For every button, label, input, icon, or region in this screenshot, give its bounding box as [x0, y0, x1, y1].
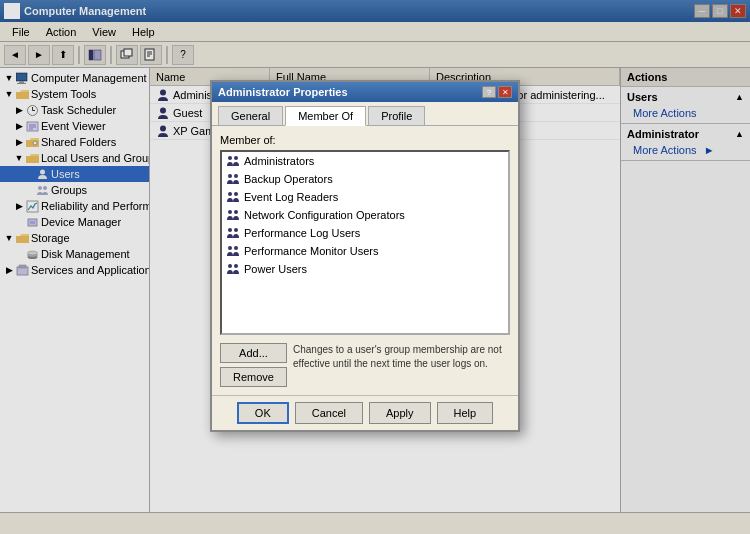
tree-task-scheduler[interactable]: ▶ Task Scheduler	[0, 102, 149, 118]
help-toolbar-button[interactable]: ?	[172, 45, 194, 65]
tab-profile[interactable]: Profile	[368, 106, 425, 125]
svg-point-43	[228, 228, 232, 232]
tree-groups[interactable]: ▶ Groups	[0, 182, 149, 198]
tree-storage[interactable]: ▼ Storage	[0, 230, 149, 246]
tree-event-viewer-label: Event Viewer	[41, 120, 106, 132]
actions-admin-more-label: More Actions	[633, 144, 697, 156]
administrator-properties-dialog[interactable]: Administrator Properties ? ✕ General Mem…	[210, 80, 520, 432]
actions-users-arrow: ▲	[735, 92, 744, 102]
tree-event-viewer[interactable]: ▶ Event Viewer	[0, 118, 149, 134]
modal-title-text: Administrator Properties	[218, 86, 482, 98]
tree-device-manager[interactable]: ▶ Device Manager	[0, 214, 149, 230]
add-button[interactable]: Add...	[220, 343, 287, 363]
group-member-icon-6	[226, 244, 240, 258]
svg-rect-0	[5, 5, 17, 13]
member-label-5: Performance Log Users	[244, 227, 360, 239]
disk-icon	[25, 247, 39, 261]
member-of-label: Member of:	[220, 134, 510, 146]
tree-root[interactable]: ▼ Computer Management (Local	[0, 70, 149, 86]
tree-event-toggle[interactable]: ▶	[14, 121, 24, 131]
svg-rect-26	[30, 221, 35, 224]
menu-view[interactable]: View	[84, 24, 124, 40]
svg-point-41	[228, 210, 232, 214]
tree-root-toggle[interactable]: ▼	[4, 73, 14, 83]
member-item-backup[interactable]: Backup Operators	[222, 170, 508, 188]
svg-point-40	[234, 192, 238, 196]
forward-button[interactable]: ►	[28, 45, 50, 65]
tree-system-tools-label: System Tools	[31, 88, 96, 100]
up-button[interactable]: ⬆	[52, 45, 74, 65]
svg-point-33	[160, 107, 166, 113]
actions-section-admin: Administrator ▲ More Actions ►	[621, 124, 750, 161]
tree-shared-toggle[interactable]: ▶	[14, 137, 24, 147]
member-item-network-config[interactable]: Network Configuration Operators	[222, 206, 508, 224]
member-item-perf-monitor[interactable]: Performance Monitor Users	[222, 242, 508, 260]
svg-point-20	[33, 141, 37, 145]
modal-help-button[interactable]: ?	[482, 86, 496, 98]
member-item-administrators[interactable]: Administrators	[222, 152, 508, 170]
svg-rect-2	[89, 50, 93, 60]
new-window-button[interactable]	[116, 45, 138, 65]
shared-folder-icon	[25, 135, 39, 149]
remove-button[interactable]: Remove	[220, 367, 287, 387]
member-item-perf-log[interactable]: Performance Log Users	[222, 224, 508, 242]
menu-file[interactable]: File	[4, 24, 38, 40]
tree-storage-toggle[interactable]: ▼	[4, 233, 14, 243]
group-member-icon-7	[226, 262, 240, 276]
tree-reliability[interactable]: ▶ Reliability and Performa	[0, 198, 149, 214]
help-footer-button[interactable]: Help	[437, 402, 494, 424]
tree-services[interactable]: ▶ Services and Applications	[0, 262, 149, 278]
tree-services-label: Services and Applications	[31, 264, 150, 276]
row-user-icon-1	[156, 88, 170, 102]
member-item-event-log[interactable]: Event Log Readers	[222, 188, 508, 206]
menu-action[interactable]: Action	[38, 24, 85, 40]
modal-note: Changes to a user's group membership are…	[293, 343, 510, 371]
member-list[interactable]: Administrators Backup Operators Event Lo…	[220, 150, 510, 335]
export-button[interactable]	[140, 45, 162, 65]
group-member-icon-1	[226, 154, 240, 168]
actions-section-users: Users ▲ More Actions	[621, 87, 750, 124]
svg-point-48	[234, 264, 238, 268]
actions-admin-more[interactable]: More Actions ►	[621, 142, 750, 158]
svg-point-37	[228, 174, 232, 178]
tree-users[interactable]: ▶ Users	[0, 166, 149, 182]
member-item-power-users[interactable]: Power Users	[222, 260, 508, 278]
actions-admin-label: Administrator	[627, 128, 699, 140]
cancel-button[interactable]: Cancel	[295, 402, 363, 424]
tree-task-toggle[interactable]: ▶	[14, 105, 24, 115]
tree-system-tools[interactable]: ▼ System Tools	[0, 86, 149, 102]
show-hide-button[interactable]	[84, 45, 106, 65]
menu-help[interactable]: Help	[124, 24, 163, 40]
user-icon	[35, 167, 49, 181]
svg-point-32	[160, 89, 166, 95]
svg-rect-12	[17, 83, 26, 84]
svg-point-46	[234, 246, 238, 250]
tree-local-users[interactable]: ▼ Local Users and Groups	[0, 150, 149, 166]
toolbar-separator-3	[166, 46, 168, 64]
svg-point-22	[38, 186, 42, 190]
tree-storage-label: Storage	[31, 232, 70, 244]
actions-users-more[interactable]: More Actions	[621, 105, 750, 121]
member-label-4: Network Configuration Operators	[244, 209, 405, 221]
svg-rect-1	[8, 13, 14, 15]
tree-users-toggle[interactable]: ▼	[14, 153, 24, 163]
tab-member-of[interactable]: Member Of	[285, 106, 366, 126]
close-button[interactable]: ✕	[730, 4, 746, 18]
ok-button[interactable]: OK	[237, 402, 289, 424]
modal-bottom: Add... Remove Changes to a user's group …	[220, 343, 510, 387]
tree-reliability-toggle[interactable]: ▶	[14, 201, 24, 211]
tree-system-tools-toggle[interactable]: ▼	[4, 89, 14, 99]
svg-point-45	[228, 246, 232, 250]
tab-general[interactable]: General	[218, 106, 283, 125]
maximize-button[interactable]: □	[712, 4, 728, 18]
back-button[interactable]: ◄	[4, 45, 26, 65]
tree-shared-folders[interactable]: ▶ Shared Folders	[0, 134, 149, 150]
modal-close-button[interactable]: ✕	[498, 86, 512, 98]
minimize-button[interactable]: ─	[694, 4, 710, 18]
tree-services-toggle[interactable]: ▶	[4, 265, 14, 275]
title-bar: Computer Management ─ □ ✕	[0, 0, 750, 22]
svg-point-34	[160, 125, 166, 131]
apply-button[interactable]: Apply	[369, 402, 431, 424]
tree-disk-management[interactable]: ▶ Disk Management	[0, 246, 149, 262]
tree-device-manager-label: Device Manager	[41, 216, 121, 228]
